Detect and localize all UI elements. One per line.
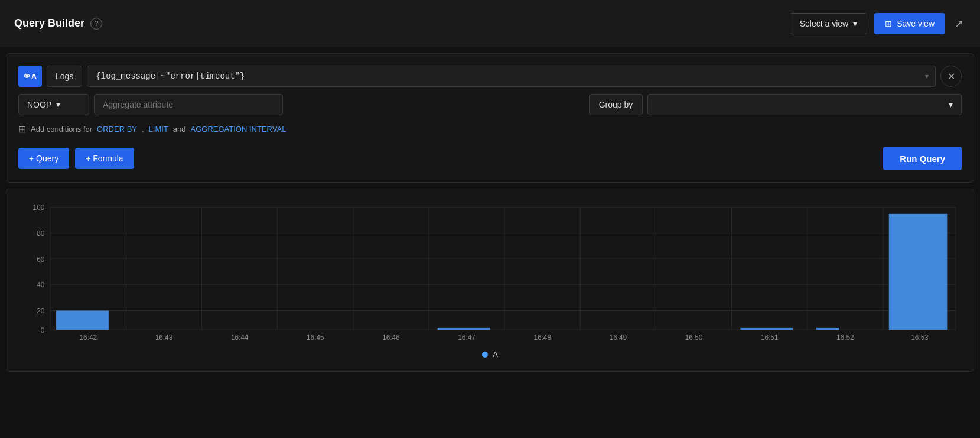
svg-rect-41 <box>889 214 948 330</box>
remove-query-button[interactable]: ✕ <box>940 66 962 87</box>
left-action-buttons: + Query + Formula <box>18 148 134 169</box>
group-by-chevron-icon: ▾ <box>949 100 953 109</box>
chart-legend: A <box>18 350 962 359</box>
legend-label: A <box>493 350 498 359</box>
action-buttons-row: + Query + Formula Run Query <box>18 147 962 170</box>
chevron-down-icon: ▾ <box>56 100 60 109</box>
query-panel: 👁 A Logs ▾ ✕ NOOP ▾ Group by ▾ ⊞ Add con… <box>6 53 974 183</box>
aggregate-attribute-input[interactable] <box>94 94 283 115</box>
svg-text:16:51: 16:51 <box>761 333 779 342</box>
svg-rect-39 <box>740 328 793 330</box>
aggregation-row: NOOP ▾ Group by ▾ <box>18 94 962 115</box>
legend-dot <box>482 352 488 358</box>
svg-text:16:52: 16:52 <box>836 333 854 342</box>
query-badge: 👁 A <box>18 66 42 87</box>
svg-rect-40 <box>816 328 839 330</box>
svg-text:16:53: 16:53 <box>911 333 929 342</box>
svg-text:0: 0 <box>41 326 45 335</box>
svg-text:16:44: 16:44 <box>231 333 249 342</box>
query-input-row: 👁 A Logs ▾ ✕ <box>18 66 962 87</box>
conditions-row: ⊞ Add conditions for ORDER BY , LIMIT an… <box>18 124 962 135</box>
group-by-select[interactable]: ▾ <box>647 94 962 115</box>
group-by-label: Group by <box>589 94 643 115</box>
close-icon: ✕ <box>948 71 955 82</box>
run-query-button[interactable]: Run Query <box>883 147 962 170</box>
aggregation-function-select[interactable]: NOOP ▾ <box>18 94 89 115</box>
page-title: Query Builder <box>14 17 84 30</box>
svg-text:16:48: 16:48 <box>533 333 551 342</box>
add-formula-button[interactable]: + Formula <box>75 148 134 169</box>
chart-area: 100 80 60 40 20 0 16:42 16:43 16:44 16: <box>18 201 962 365</box>
svg-text:16:50: 16:50 <box>685 333 703 342</box>
share-button[interactable]: ↗ <box>952 15 966 33</box>
svg-text:20: 20 <box>37 306 44 315</box>
aggregation-interval-link[interactable]: AGGREGATION INTERVAL <box>191 125 286 134</box>
svg-text:80: 80 <box>37 229 44 238</box>
select-view-button[interactable]: Select a view ▾ <box>790 13 867 34</box>
query-dropdown-icon: ▾ <box>925 72 929 80</box>
svg-text:16:42: 16:42 <box>80 333 97 342</box>
data-source-button[interactable]: Logs <box>47 66 82 87</box>
svg-rect-38 <box>438 328 490 330</box>
svg-text:16:43: 16:43 <box>155 333 173 342</box>
chart-svg: 100 80 60 40 20 0 16:42 16:43 16:44 16: <box>18 201 962 343</box>
header-left: Query Builder ? <box>14 17 102 30</box>
header-right: Select a view ▾ ⊞ Save view ↗ <box>790 13 966 34</box>
svg-text:16:47: 16:47 <box>458 333 476 342</box>
chevron-down-icon: ▾ <box>853 19 857 28</box>
share-icon: ↗ <box>955 18 963 30</box>
svg-text:16:46: 16:46 <box>382 333 400 342</box>
save-view-button[interactable]: ⊞ Save view <box>874 13 945 34</box>
help-icon[interactable]: ? <box>90 18 102 30</box>
add-query-button[interactable]: + Query <box>18 148 69 169</box>
svg-text:100: 100 <box>33 203 45 212</box>
svg-rect-37 <box>56 310 109 330</box>
query-input-container: ▾ <box>87 66 936 87</box>
chart-panel: 100 80 60 40 20 0 16:42 16:43 16:44 16: <box>6 189 974 372</box>
limit-link[interactable]: LIMIT <box>149 125 168 134</box>
save-icon: ⊞ <box>885 19 892 28</box>
app-header: Query Builder ? Select a view ▾ ⊞ Save v… <box>0 0 980 47</box>
svg-text:16:49: 16:49 <box>610 333 627 342</box>
svg-text:60: 60 <box>37 255 44 264</box>
svg-text:40: 40 <box>37 281 44 290</box>
query-input[interactable] <box>87 66 936 87</box>
svg-text:16:45: 16:45 <box>307 333 324 342</box>
eye-icon: 👁 <box>24 73 30 80</box>
order-by-link[interactable]: ORDER BY <box>97 125 137 134</box>
plus-square-icon: ⊞ <box>18 124 26 135</box>
